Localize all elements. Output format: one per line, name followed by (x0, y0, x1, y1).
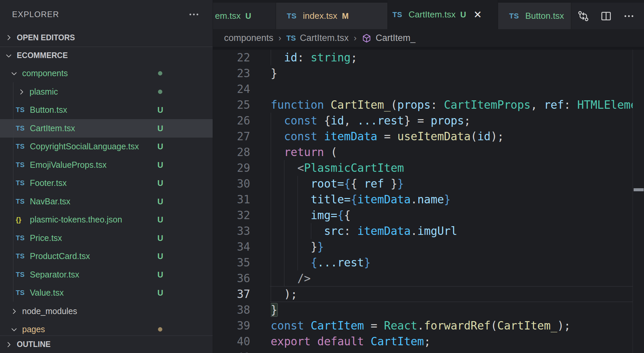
code-text: const CartItem = React.forwardRef(CartIt… (271, 318, 633, 334)
file-CartItem.tsx[interactable]: TSCartItem.tsxU (0, 119, 213, 138)
row-content: TSButton.tsx (0, 105, 67, 115)
code-text: root={{ ref }} (271, 176, 633, 192)
file-CopyrightSocialLanguage.tsx[interactable]: TSCopyrightSocialLanguage.tsxU (0, 137, 213, 156)
tab-label: CartItem.tsx (409, 9, 455, 20)
folder-plasmic[interactable]: plasmic (0, 83, 213, 101)
code-line-30[interactable]: 30 root={{ ref }} (213, 176, 644, 192)
item-label: plasmic-tokens.theo.json (30, 215, 122, 224)
row-content: TSCartItem.tsx (0, 123, 75, 133)
breadcrumb-item-CartItem.tsx[interactable]: TSCartItem.tsx (286, 33, 349, 43)
file-plasmic-tokens.theo.json[interactable]: {}plasmic-tokens.theo.jsonU (0, 210, 213, 229)
git-status-badge: U (460, 10, 466, 19)
git-status-badge: U (154, 179, 167, 188)
chevron-right-icon (10, 307, 18, 315)
file-ProductCard.tsx[interactable]: TSProductCard.tsxU (0, 247, 213, 265)
code-line-24[interactable]: 24 (213, 81, 644, 97)
row-content: plasmic (0, 87, 58, 97)
code-text: export default CartItem; (271, 334, 633, 349)
file-Footer.tsx[interactable]: TSFooter.tsxU (0, 174, 213, 192)
code-text: id: string; (271, 50, 633, 65)
breadcrumb-label: CartItem.tsx (300, 33, 349, 43)
file-Price.tsx[interactable]: TSPrice.tsxU (0, 229, 213, 247)
file-Separator.tsx[interactable]: TSSeparator.tsxU (0, 265, 213, 284)
typescript-file-icon: TS (16, 234, 26, 242)
git-status-badge: U (154, 288, 167, 298)
split-editor-icon (600, 10, 612, 22)
outline-label: OUTLINE (17, 340, 51, 349)
code-editor[interactable]: 22 id: string;23}2425function CartItem_(… (213, 50, 644, 353)
code-text: ); (271, 286, 633, 302)
breadcrumb-item-components[interactable]: components (224, 33, 273, 43)
item-label: components (22, 68, 68, 78)
workspace-section-header[interactable]: ECOMMERCE (0, 47, 213, 64)
tab-Button.tsx[interactable]: TSButton.tsx (498, 3, 571, 29)
code-line-27[interactable]: 27 const itemData = useItemData(id); (213, 129, 644, 144)
chevron-right-icon (5, 34, 13, 42)
ellipsis-icon (623, 10, 635, 22)
typescript-file-icon: TS (392, 10, 403, 19)
file-EmojiValueProps.tsx[interactable]: TSEmojiValueProps.tsxU (0, 156, 213, 174)
open-changes-button[interactable] (577, 10, 589, 22)
line-number: 41 (213, 349, 250, 353)
line-number: 40 (213, 334, 250, 349)
code-line-39[interactable]: 39const CartItem = React.forwardRef(Cart… (213, 318, 644, 334)
line-number: 35 (213, 255, 250, 270)
close-icon[interactable]: ✕ (473, 10, 482, 20)
file-NavBar.tsx[interactable]: TSNavBar.tsxU (0, 192, 213, 211)
code-text: }} (271, 239, 633, 255)
code-line-31[interactable]: 31 title={itemData.name} (213, 192, 644, 207)
breadcrumb-item-CartItem_[interactable]: CartItem_ (362, 33, 416, 43)
git-status-badge: U (154, 105, 167, 115)
outline-section-header[interactable]: OUTLINE (0, 336, 213, 353)
file-Value.tsx[interactable]: TSValue.tsxU (0, 284, 213, 302)
code-line-38[interactable]: 38} (213, 302, 644, 318)
code-text: return ( (271, 144, 633, 160)
code-line-28[interactable]: 28 return ( (213, 144, 644, 160)
code-line-36[interactable]: 36 /> (213, 270, 644, 286)
code-line-23[interactable]: 23} (213, 65, 644, 81)
code-line-26[interactable]: 26 const {id, ...rest} = props; (213, 113, 644, 129)
chevron-right-icon (5, 341, 13, 349)
git-status-badge: U (154, 124, 167, 133)
line-number: 39 (213, 318, 250, 334)
breadcrumb-shadow (213, 47, 644, 50)
line-number: 34 (213, 239, 250, 255)
row-content: node_modules (0, 306, 77, 316)
code-line-22[interactable]: 22 id: string; (213, 50, 644, 65)
explorer-more-actions-button[interactable] (188, 8, 200, 20)
more-actions-button[interactable] (623, 10, 635, 22)
line-number: 26 (213, 113, 250, 129)
chevron-right-icon (17, 88, 25, 96)
git-changes-dot-badge (158, 71, 162, 75)
code-line-35[interactable]: 35 {...rest} (213, 255, 644, 270)
file-Button.tsx[interactable]: TSButton.tsxU (0, 101, 213, 119)
code-line-34[interactable]: 34 }} (213, 239, 644, 255)
git-changes-dot-badge (158, 90, 162, 94)
line-number: 22 (213, 50, 250, 65)
typescript-file-icon: TS (286, 34, 296, 43)
folder-node_modules[interactable]: node_modules (0, 302, 213, 320)
line-number: 24 (213, 81, 250, 97)
code-line-37[interactable]: 37 ); (213, 286, 644, 302)
folder-components[interactable]: components (0, 64, 213, 83)
git-changes-dot-badge (158, 327, 162, 332)
tab-em.tsx[interactable]: em.tsxU (213, 3, 276, 29)
tab-CartItem.tsx[interactable]: TSCartItem.tsxU✕ (388, 0, 498, 29)
tab-label: index.tsx (303, 11, 337, 21)
item-label: Footer.tsx (30, 178, 67, 188)
tab-index.tsx[interactable]: TSindex.tsxM (276, 3, 388, 29)
line-number: 23 (213, 65, 250, 81)
code-line-25[interactable]: 25function CartItem_(props: CartItemProp… (213, 97, 644, 113)
editor-actions (571, 3, 644, 29)
code-line-29[interactable]: 29 <PlasmicCartItem (213, 160, 644, 176)
typescript-file-icon: TS (16, 252, 26, 260)
code-line-41[interactable]: 41 (213, 349, 644, 353)
code-text: title={itemData.name} (271, 192, 633, 207)
split-editor-button[interactable] (600, 10, 612, 22)
row-content: TSValue.tsx (0, 288, 64, 298)
code-line-33[interactable]: 33 src: itemData.imgUrl (213, 223, 644, 239)
row-content: components (0, 68, 68, 78)
open-editors-section-header[interactable]: OPEN EDITORS (0, 29, 213, 47)
code-line-32[interactable]: 32 img={{ (213, 207, 644, 223)
code-line-40[interactable]: 40export default CartItem; (213, 334, 644, 349)
